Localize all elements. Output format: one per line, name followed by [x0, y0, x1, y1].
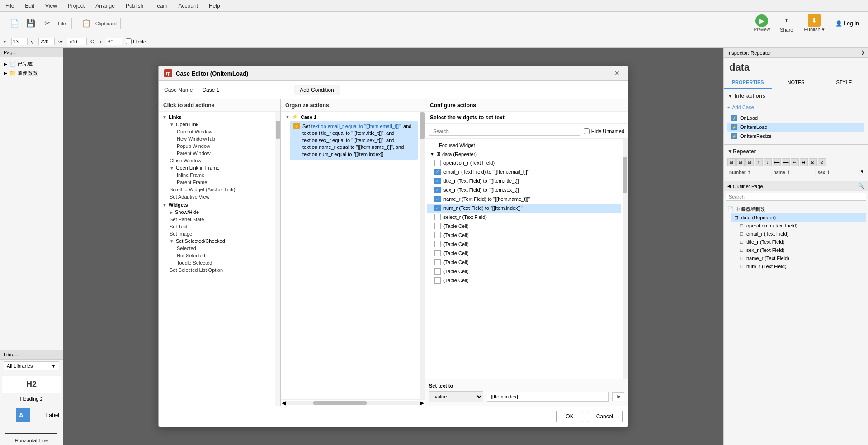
menu-arrange[interactable]: Arrange: [94, 2, 117, 10]
cfg-data-repeater-group[interactable]: ▼ ⊞ data (Repeater): [427, 150, 621, 158]
cfg-num-r[interactable]: num_r (Text Field) to "[[Item.index]]": [427, 204, 621, 213]
rep-btn-9[interactable]: ↦: [800, 158, 808, 166]
sidebar-item-page2[interactable]: ▶ 📁 隨便做做: [2, 68, 61, 77]
outline-sex-r[interactable]: □ sex_r (Text Field): [736, 246, 866, 254]
outline-page-root[interactable]: 📄 中繼器增刪改: [726, 205, 866, 213]
action-popup-window[interactable]: Popup Window: [168, 142, 273, 150]
action-current-window[interactable]: Current Window: [168, 128, 273, 135]
table-cell-4-checkbox[interactable]: [434, 250, 441, 256]
menu-team[interactable]: Team: [152, 2, 169, 10]
menu-file[interactable]: File: [4, 2, 16, 10]
pages-tab[interactable]: Pag...: [0, 48, 63, 57]
search-icon[interactable]: 🔍: [858, 183, 864, 189]
libs-tab[interactable]: Libra...: [0, 350, 63, 360]
rep-btn-11[interactable]: ⊙: [818, 158, 826, 166]
hidden-checkbox-label[interactable]: Hidde...: [126, 38, 150, 44]
cfg-table-cell-1[interactable]: (Table Cell): [427, 222, 621, 231]
cut-button[interactable]: ✂: [40, 18, 54, 29]
hide-unnamed-label[interactable]: Hide Unnamed: [584, 128, 624, 134]
share-button[interactable]: ⬆ Share: [780, 14, 793, 33]
case-name-input[interactable]: [198, 85, 288, 95]
action-parent-frame[interactable]: Parent Frame: [168, 179, 273, 186]
expand-icon[interactable]: ⟫: [862, 50, 864, 56]
cfg-table-cell-7[interactable]: (Table Cell): [427, 276, 621, 285]
action-selected[interactable]: Selected: [168, 245, 273, 252]
event-onitemload[interactable]: ⚡ OnItemLoad: [727, 123, 864, 132]
outline-num-r[interactable]: □ num_r (Text Field): [736, 262, 866, 270]
action-close-window[interactable]: Close Window: [160, 157, 273, 164]
organize-scrollbar[interactable]: [420, 112, 425, 399]
menu-view[interactable]: View: [43, 2, 59, 10]
copy-button[interactable]: 📋: [79, 18, 94, 29]
h-scrollbar[interactable]: [286, 401, 420, 405]
outline-data-repeater[interactable]: ⊞ data (Repeater): [731, 213, 866, 222]
fx-button[interactable]: fx: [612, 392, 624, 401]
cfg-sex-r[interactable]: sex_r (Text Field) to "[[Item.sex_t]]": [427, 185, 621, 194]
num-r-checkbox[interactable]: [434, 205, 441, 211]
cfg-operation-r[interactable]: operation_r (Text Field): [427, 158, 621, 167]
email-r-checkbox[interactable]: [434, 169, 441, 175]
cfg-select-r[interactable]: select_r (Text Field): [427, 213, 621, 222]
event-onload[interactable]: ⚡ OnLoad: [727, 114, 864, 123]
open-link-header[interactable]: ▼ Open Link: [168, 121, 273, 128]
action-set-selected-list[interactable]: Set Selected List Option: [160, 266, 273, 274]
action-set-adaptive[interactable]: Set Adaptive View: [160, 193, 273, 200]
cfg-name-r[interactable]: name_r (Text Field) to "[[Item.name_t]]": [427, 194, 621, 204]
filter-icon[interactable]: ≡: [854, 183, 856, 189]
menu-project[interactable]: Project: [66, 2, 86, 10]
cfg-focused-widget[interactable]: Focused Widget: [427, 141, 621, 150]
action-set-text[interactable]: Set Text: [160, 223, 273, 230]
links-group-header[interactable]: ▼ Links: [160, 114, 273, 121]
action-toggle-selected[interactable]: Toggle Selected: [168, 259, 273, 266]
cfg-title-r[interactable]: title_r (Text Field) to "[[Item.title_t]…: [427, 176, 621, 185]
collapse-icon[interactable]: ◀: [727, 183, 731, 189]
actions-scrollbar[interactable]: [275, 112, 280, 406]
cfg-table-cell-6[interactable]: (Table Cell): [427, 267, 621, 276]
rep-btn-4[interactable]: ↑: [755, 158, 763, 166]
menu-help[interactable]: Help: [207, 2, 222, 10]
cfg-table-cell-3[interactable]: (Table Cell): [427, 240, 621, 249]
name-r-checkbox[interactable]: [434, 196, 441, 202]
outline-search-input[interactable]: [726, 193, 866, 201]
title-r-checkbox[interactable]: [434, 178, 441, 184]
focused-widget-checkbox[interactable]: [430, 142, 436, 148]
outline-title-r[interactable]: □ title_r (Text Field): [736, 238, 866, 246]
tab-style[interactable]: STYLE: [820, 77, 868, 89]
hscroll-right-arrow[interactable]: ▶: [420, 400, 424, 406]
cfg-email-r[interactable]: email_r (Text Field) to "[[Item.email_t]…: [427, 167, 621, 176]
outline-email-r[interactable]: □ email_r (Text Field): [736, 230, 866, 238]
operation-r-checkbox[interactable]: [434, 160, 441, 166]
rep-btn-1[interactable]: ⊞: [727, 158, 736, 166]
table-cell-2-checkbox[interactable]: [434, 232, 441, 238]
action-inline-frame[interactable]: Inline Frame: [168, 171, 273, 179]
action-parent-window[interactable]: Parent Window: [168, 150, 273, 157]
action-node[interactable]: ⚡ Set text on email_r equal to "[[Item.e…: [290, 121, 418, 160]
configure-search-input[interactable]: [429, 127, 580, 136]
table-cell-5-checkbox[interactable]: [434, 259, 441, 265]
action-scroll-widget[interactable]: Scroll to Widget (Anchor Link): [160, 186, 273, 193]
cancel-button[interactable]: Cancel: [587, 411, 623, 422]
tab-notes[interactable]: NOTES: [772, 77, 820, 89]
cfg-table-cell-2[interactable]: (Table Cell): [427, 231, 621, 240]
menu-publish[interactable]: Publish: [124, 2, 145, 10]
sidebar-item-page1[interactable]: ▶ 📄 已完成: [2, 59, 61, 68]
new-file-button[interactable]: 📄: [7, 18, 22, 29]
all-libraries-dropdown[interactable]: All Libraries ▼: [4, 361, 59, 370]
y-input[interactable]: [38, 38, 55, 45]
hide-unnamed-checkbox[interactable]: [584, 128, 590, 134]
rep-btn-3[interactable]: ⊡: [745, 158, 754, 166]
open-link-frame-header[interactable]: ▼ Open Link in Frame: [168, 164, 273, 171]
cfg-table-cell-4[interactable]: (Table Cell): [427, 249, 621, 258]
show-hide-header[interactable]: ▶ Show/Hide: [168, 208, 273, 216]
event-onitemresize[interactable]: ⚡ OnItemResize: [727, 132, 864, 141]
outline-operation-r[interactable]: □ operation_r (Text Field): [736, 222, 866, 230]
h-input[interactable]: [106, 38, 122, 45]
rep-btn-8[interactable]: ↤: [791, 158, 799, 166]
login-button[interactable]: 👤 Log In: [835, 20, 859, 27]
hidden-checkbox[interactable]: [126, 38, 132, 44]
ok-button[interactable]: OK: [556, 411, 583, 422]
w-input[interactable]: [67, 38, 87, 45]
table-cell-1-checkbox[interactable]: [434, 223, 441, 229]
rep-btn-6[interactable]: ⟵: [773, 158, 781, 166]
table-cell-6-checkbox[interactable]: [434, 268, 441, 275]
